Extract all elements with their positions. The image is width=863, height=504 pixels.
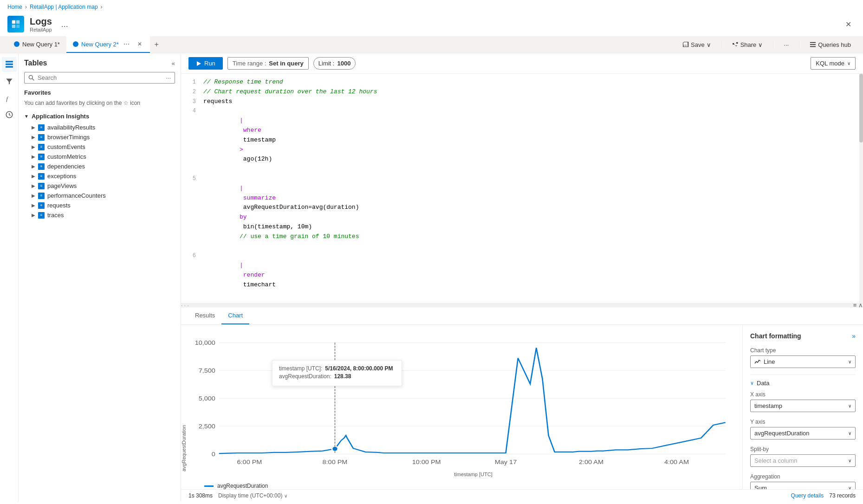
table-icon: [38, 173, 45, 180]
tab-results[interactable]: Results: [188, 307, 221, 324]
svg-text:f: f: [6, 95, 9, 102]
app-icon: [7, 16, 24, 32]
table-icon: [38, 163, 45, 170]
breadcrumb-sep2: ›: [101, 4, 103, 10]
code-editor[interactable]: 1 // Response time trend 2 // Chart requ…: [181, 74, 863, 304]
display-time-chevron: ∨: [284, 493, 287, 498]
table-label: browserTimings: [47, 134, 90, 141]
table-custom-events[interactable]: ▶ customEvents: [24, 142, 175, 152]
chart-container: avgRequestDuration 10,0: [181, 325, 863, 489]
split-by-select[interactable]: Select a column ∨: [750, 454, 856, 467]
tab-new-query-2[interactable]: New Query 2* ··· ✕: [66, 36, 150, 53]
breadcrumb-home[interactable]: Home: [7, 4, 22, 10]
time-range-button[interactable]: Time range : Set in query: [227, 57, 309, 70]
table-label: pageViews: [47, 182, 77, 189]
table-exceptions[interactable]: ▶ exceptions: [24, 171, 175, 181]
code-line-2: 2 // Chart request duration over the las…: [181, 87, 863, 97]
aggregation-field: Aggregation Sum ∨: [750, 473, 856, 489]
status-bar: 1s 308ms Display time (UTC+00:00) ∨ Quer…: [181, 489, 863, 502]
table-icon: [38, 154, 45, 160]
code-line-4: 4 | where timestamp > ago(12h): [181, 106, 863, 174]
svg-rect-4: [6, 61, 13, 62]
kql-mode-chevron: ∨: [847, 61, 850, 66]
svg-text:May 17: May 17: [495, 459, 517, 466]
search-more-button[interactable]: ···: [166, 74, 171, 81]
resize-handle[interactable]: ··· ≡ ∧: [181, 304, 863, 307]
add-tab-button[interactable]: +: [150, 38, 163, 51]
chart-panel-expand[interactable]: »: [852, 332, 856, 340]
tab2-close[interactable]: ✕: [136, 40, 143, 48]
aggregation-select[interactable]: Sum ∨: [750, 482, 856, 489]
table-traces[interactable]: ▶ traces: [24, 210, 175, 220]
table-icon: [38, 183, 45, 189]
chart-legend: avgRequestDuration: [181, 479, 742, 489]
svg-rect-0: [12, 20, 15, 24]
app-subtitle: RetailApp: [30, 27, 52, 32]
content-area: Run Time range : Set in query Limit : 10…: [181, 53, 863, 502]
toolbar-sep3: [799, 40, 799, 49]
limit-button[interactable]: Limit : 1000: [313, 57, 356, 70]
search-box[interactable]: ···: [24, 72, 175, 84]
logs-icon: [11, 19, 21, 29]
sidebar-title: Tables: [24, 59, 47, 67]
svg-text:4:00 AM: 4:00 AM: [664, 459, 689, 466]
display-time-button[interactable]: Display time (UTC+00:00) ∨: [218, 492, 287, 499]
chart-type-value: Line: [764, 358, 775, 365]
y-axis-select[interactable]: avgRequestDuration ∨: [750, 427, 856, 439]
query-toolbar: Run Time range : Set in query Limit : 10…: [181, 53, 863, 74]
close-button[interactable]: ✕: [841, 17, 856, 32]
toolbar-more-button[interactable]: ···: [779, 39, 793, 50]
chart-type-select[interactable]: Line ∨: [750, 355, 856, 368]
svg-line-10: [32, 78, 34, 80]
app-insights-header[interactable]: ▼ Application Insights: [24, 113, 175, 120]
table-browser-timings[interactable]: ▶ browserTimings: [24, 132, 175, 142]
table-availability-results[interactable]: ▶ availabilityResults: [24, 123, 175, 132]
run-button[interactable]: Run: [188, 57, 223, 70]
tab2-label: New Query 2*: [81, 41, 119, 48]
table-label: customEvents: [47, 143, 85, 150]
nav-filter-icon[interactable]: [2, 74, 17, 89]
query-details-link[interactable]: Query details: [791, 492, 824, 499]
table-requests[interactable]: ▶ requests: [24, 200, 175, 210]
aggregation-chevron: ∨: [848, 485, 851, 489]
y-axis-value: avgRequestDuration: [754, 430, 810, 437]
table-performance-counters[interactable]: ▶ performanceCounters: [24, 191, 175, 200]
x-axis-select[interactable]: timestamp ∨: [750, 400, 856, 412]
nav-tables-icon[interactable]: [2, 57, 17, 72]
chart-type-field: Chart type Line ∨: [750, 347, 856, 368]
queries-hub-label: Queries hub: [818, 41, 851, 48]
code-line-1: 1 // Response time trend: [181, 78, 863, 87]
table-page-views[interactable]: ▶ pageViews: [24, 181, 175, 191]
tab-new-query-1[interactable]: New Query 1*: [7, 37, 66, 52]
y-axis-chevron: ∨: [848, 431, 851, 436]
chart-panel-header: Chart formatting »: [750, 332, 856, 340]
sidebar-collapse-button[interactable]: «: [172, 60, 175, 67]
table-label: availabilityResults: [47, 124, 95, 131]
save-button[interactable]: Save ∨: [678, 39, 716, 50]
sidebar-with-icons: f Tables « ···: [0, 53, 181, 502]
favorites-title: Favorites: [24, 89, 175, 96]
search-input[interactable]: [38, 74, 163, 81]
queries-hub-button[interactable]: Queries hub: [805, 39, 856, 50]
app-title-area: Logs RetailApp: [30, 16, 52, 32]
share-button[interactable]: Share ∨: [727, 39, 768, 50]
y-axis-field: Y axis avgRequestDuration ∨: [750, 419, 856, 439]
results-tab-label: Results: [195, 312, 215, 319]
table-dependencies[interactable]: ▶ dependencies: [24, 162, 175, 171]
breadcrumb-retailapp[interactable]: RetailApp | Application map: [30, 4, 98, 10]
table-custom-metrics[interactable]: ▶ customMetrics: [24, 152, 175, 162]
data-section: ∨ Data X axis timestamp ∨ Y axis: [750, 375, 856, 489]
tab-chart[interactable]: Chart: [221, 307, 249, 324]
app-title: Logs: [30, 16, 52, 27]
header-more-button[interactable]: ...: [61, 19, 68, 29]
data-section-header[interactable]: ∨ Data: [750, 380, 856, 387]
tab2-more[interactable]: ···: [122, 40, 131, 48]
svg-point-9: [29, 75, 32, 79]
nav-function-icon[interactable]: f: [2, 90, 17, 105]
nav-history-icon[interactable]: [2, 107, 17, 122]
history-icon: [5, 110, 13, 119]
kql-mode-button[interactable]: KQL mode ∨: [811, 57, 856, 70]
svg-text:10:00 PM: 10:00 PM: [412, 459, 441, 466]
filter-icon: [5, 77, 13, 85]
split-by-placeholder: Select a column: [754, 457, 798, 464]
